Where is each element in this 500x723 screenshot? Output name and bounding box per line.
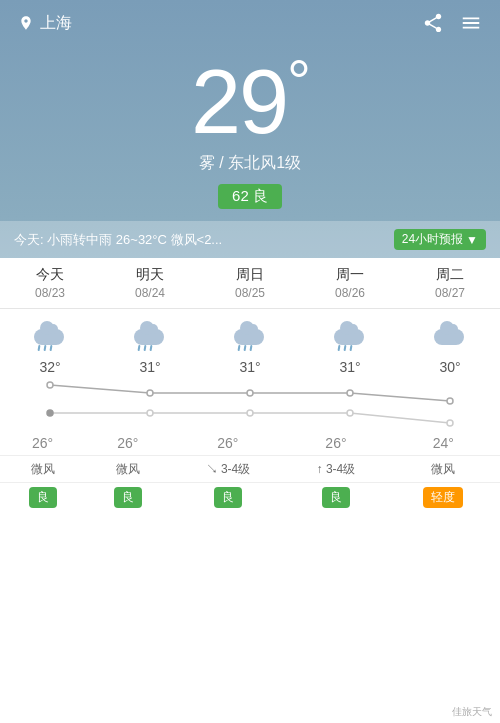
forecast-section: 今天 08/23 明天 08/24 周日 08/25 周一 08/26 周二 — [0, 258, 500, 723]
today-info-bar: 今天: 小雨转中雨 26~32°C 微风<2... 24小时预报 ▼ — [0, 221, 500, 258]
aqi-cell-0: 良 — [0, 483, 85, 516]
share-icon[interactable] — [422, 12, 444, 34]
wind-4: 微风 — [386, 457, 500, 483]
aqi-cell-1: 良 — [85, 483, 170, 516]
col-tuesday: 周二 08/27 — [400, 258, 500, 309]
rain-cloud-icon-0 — [32, 319, 68, 345]
temp-value: 29 — [191, 52, 287, 152]
rain-cloud-icon-2 — [232, 319, 268, 345]
aqi-cell-2: 良 — [170, 483, 285, 516]
low-dot-0 — [47, 410, 53, 416]
forecast-table: 今天 08/23 明天 08/24 周日 08/25 周一 08/26 周二 — [0, 258, 500, 375]
cloud-icon-4 — [432, 319, 468, 345]
location-icon — [18, 15, 34, 31]
day-label-3: 周一 — [304, 266, 396, 284]
col-sunday: 周日 08/25 — [200, 258, 300, 309]
high-dot-1 — [147, 390, 153, 396]
wind-row: 微风 微风 ↘ 3-4级 ↑ 3-4级 微风 — [0, 457, 500, 483]
aqi-badge-1: 良 — [114, 487, 142, 508]
chart-svg — [0, 375, 500, 435]
low-temp-0: 26° — [0, 435, 85, 456]
low-temp-2: 26° — [170, 435, 285, 456]
rain-cloud-icon-3 — [332, 319, 368, 345]
high-dot-2 — [247, 390, 253, 396]
weather-description: 雾 / 东北风1级 — [199, 153, 301, 174]
date-label-3: 08/26 — [304, 286, 396, 300]
weather-icon-col-3 — [300, 309, 400, 356]
temperature-chart — [0, 375, 500, 435]
header-right — [422, 12, 482, 34]
date-label-1: 08/24 — [104, 286, 196, 300]
location-label: 上海 — [40, 13, 72, 34]
high-dot-4 — [447, 398, 453, 404]
low-temp-row: 26° 26° 26° 26° 24° — [0, 435, 500, 456]
wind-0: 微风 — [0, 457, 85, 483]
forecast-button[interactable]: 24小时预报 ▼ — [394, 229, 486, 250]
high-dot-3 — [347, 390, 353, 396]
degree-symbol: ° — [287, 48, 309, 115]
menu-icon[interactable] — [460, 12, 482, 34]
app-container: 上海 29° 雾 / 东北风1级 62 良 今天: 小雨转中雨 26~32°C … — [0, 0, 500, 723]
wind-1: 微风 — [85, 457, 170, 483]
weather-icon-col-2 — [200, 309, 300, 356]
aqi-badge-3: 良 — [322, 487, 350, 508]
header-left: 上海 — [18, 13, 72, 34]
high-temp-2: 31° — [200, 355, 300, 375]
low-dot-2 — [247, 410, 253, 416]
col-monday: 周一 08/26 — [300, 258, 400, 309]
high-temp-0: 32° — [0, 355, 100, 375]
aqi-cell-3: 良 — [285, 483, 386, 516]
rain-cloud-icon-1 — [132, 319, 168, 345]
main-temp-section: 29° 雾 / 东北风1级 62 良 — [0, 42, 500, 221]
weather-icon-row — [0, 309, 500, 356]
high-temp-1: 31° — [100, 355, 200, 375]
today-bar-text: 今天: 小雨转中雨 26~32°C 微风<2... — [14, 231, 386, 249]
day-label-0: 今天 — [4, 266, 96, 284]
aqi-value: 62 — [232, 187, 249, 204]
high-dot-0 — [47, 382, 53, 388]
weather-icon-col-1 — [100, 309, 200, 356]
day-label-row: 今天 08/23 明天 08/24 周日 08/25 周一 08/26 周二 — [0, 258, 500, 309]
date-label-4: 08/27 — [404, 286, 496, 300]
forecast-arrow: ▼ — [466, 233, 478, 247]
low-temp-3: 26° — [285, 435, 386, 456]
high-temp-row: 32° 31° 31° 31° 30° — [0, 355, 500, 375]
high-temp-3: 31° — [300, 355, 400, 375]
low-dot-4 — [447, 420, 453, 426]
watermark: 佳旅天气 — [452, 705, 492, 719]
date-label-2: 08/25 — [204, 286, 296, 300]
header: 上海 — [0, 0, 500, 42]
aqi-cell-4: 轻度 — [386, 483, 500, 516]
aqi-label: 良 — [253, 187, 268, 204]
weather-icon-col-4 — [400, 309, 500, 356]
wind-2: ↘ 3-4级 — [170, 457, 285, 483]
aqi-row: 良 良 良 良 轻度 — [0, 483, 500, 516]
low-dot-1 — [147, 410, 153, 416]
high-temp-4: 30° — [400, 355, 500, 375]
day-label-1: 明天 — [104, 266, 196, 284]
forecast-table-lower: 26° 26° 26° 26° 24° 微风 微风 ↘ 3-4级 ↑ 3-4级 … — [0, 435, 500, 516]
low-dot-3 — [347, 410, 353, 416]
aqi-badge-4: 轻度 — [423, 487, 463, 508]
col-today: 今天 08/23 — [0, 258, 100, 309]
aqi-badge: 62 良 — [218, 184, 282, 209]
aqi-badge-2: 良 — [214, 487, 242, 508]
low-temp-1: 26° — [85, 435, 170, 456]
day-label-4: 周二 — [404, 266, 496, 284]
col-tomorrow: 明天 08/24 — [100, 258, 200, 309]
forecast-label: 24小时预报 — [402, 231, 463, 248]
temperature-display: 29° — [191, 52, 309, 147]
low-temp-4: 24° — [386, 435, 500, 456]
aqi-badge-0: 良 — [29, 487, 57, 508]
weather-icon-col-0 — [0, 309, 100, 356]
wind-3: ↑ 3-4级 — [285, 457, 386, 483]
day-label-2: 周日 — [204, 266, 296, 284]
date-label-0: 08/23 — [4, 286, 96, 300]
